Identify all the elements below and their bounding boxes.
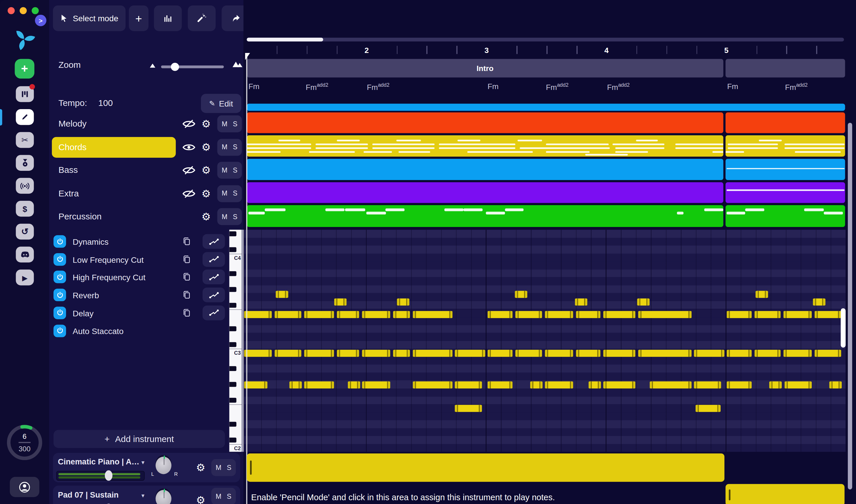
power-toggle[interactable] bbox=[54, 324, 66, 337]
piano-roll-note[interactable] bbox=[455, 381, 482, 389]
section-block-next[interactable] bbox=[726, 59, 845, 78]
piano-roll-note[interactable] bbox=[754, 350, 781, 357]
power-toggle[interactable] bbox=[54, 306, 66, 319]
piano-roll-note[interactable] bbox=[784, 311, 812, 318]
piano-roll-note[interactable] bbox=[576, 311, 600, 318]
piano-keyboard[interactable]: C4C3C2 bbox=[229, 230, 242, 452]
zoom-out-icon[interactable] bbox=[149, 62, 157, 68]
pan-knob[interactable] bbox=[156, 456, 171, 474]
eye-hidden-icon[interactable] bbox=[182, 119, 195, 129]
instrument-card[interactable]: Cinematic Piano | Atmo... ▾ L R ⚙ M S bbox=[53, 453, 240, 482]
piano-roll-scrollbar-thumb[interactable] bbox=[841, 308, 846, 347]
lane-clip-melody[interactable] bbox=[726, 112, 845, 133]
solo-button[interactable]: S bbox=[233, 120, 238, 128]
piano-roll-note[interactable] bbox=[727, 350, 752, 357]
black-key[interactable] bbox=[229, 422, 237, 427]
piano-roll-note[interactable] bbox=[487, 381, 512, 389]
lane-clip-percussion[interactable] bbox=[726, 205, 845, 227]
power-toggle[interactable] bbox=[54, 289, 66, 301]
clip-resize-handle[interactable] bbox=[729, 489, 730, 501]
piano-roll-note[interactable] bbox=[393, 350, 410, 357]
zoom-in-icon[interactable] bbox=[232, 59, 243, 68]
piano-roll-note[interactable] bbox=[334, 299, 347, 306]
piano-roll-note[interactable] bbox=[244, 381, 267, 389]
toolbar-plus-button[interactable]: + bbox=[129, 5, 149, 31]
select-mode-button[interactable]: Select mode bbox=[53, 5, 125, 31]
lane-clip-bass[interactable] bbox=[726, 159, 845, 180]
solo-button[interactable]: S bbox=[233, 213, 238, 220]
piano-roll-note[interactable] bbox=[275, 311, 301, 318]
black-key[interactable] bbox=[229, 271, 237, 276]
instrument-name[interactable]: Cinematic Piano | Atmo... bbox=[58, 457, 140, 466]
lane-clip-extra[interactable] bbox=[726, 182, 845, 203]
chevron-down-icon[interactable]: ▾ bbox=[141, 492, 144, 499]
power-toggle[interactable] bbox=[54, 253, 66, 265]
gear-icon[interactable]: ⚙ bbox=[202, 165, 211, 176]
piano-roll-note[interactable] bbox=[815, 350, 841, 357]
solo-button[interactable]: S bbox=[233, 166, 238, 174]
gear-icon[interactable]: ⚙ bbox=[196, 495, 205, 504]
sidebar-item-medal[interactable] bbox=[16, 155, 34, 171]
sidebar-item-history[interactable]: ↺ bbox=[16, 224, 34, 239]
piano-roll-note[interactable] bbox=[393, 311, 410, 318]
clip-resize-handle[interactable] bbox=[250, 461, 251, 475]
track-row-percussion[interactable]: Percussion⚙MS bbox=[49, 205, 244, 228]
black-key[interactable] bbox=[229, 342, 237, 347]
piano-roll-note[interactable] bbox=[413, 381, 453, 389]
copy-icon[interactable] bbox=[182, 272, 191, 282]
piano-roll-note[interactable] bbox=[516, 311, 542, 318]
lane-clip-chords[interactable] bbox=[726, 135, 845, 157]
piano-roll-note[interactable] bbox=[545, 311, 573, 318]
power-toggle[interactable] bbox=[54, 235, 66, 248]
toolbar-equalizer-button[interactable] bbox=[154, 5, 182, 31]
piano-roll-note[interactable] bbox=[455, 405, 482, 412]
piano-roll-note[interactable] bbox=[603, 381, 635, 389]
solo-button[interactable]: S bbox=[233, 143, 238, 151]
piano-roll-note[interactable] bbox=[397, 299, 409, 306]
piano-roll-note[interactable] bbox=[696, 405, 721, 412]
piano-roll-note[interactable] bbox=[487, 350, 512, 357]
sidebar-item-discord[interactable] bbox=[16, 247, 34, 263]
lane-clip-chords[interactable] bbox=[247, 135, 723, 157]
mute-button[interactable]: M bbox=[222, 120, 227, 128]
piano-roll-note[interactable] bbox=[727, 311, 752, 318]
copy-icon[interactable] bbox=[182, 236, 191, 246]
piano-roll-note[interactable] bbox=[530, 381, 543, 389]
sidebar-item-pencil[interactable] bbox=[16, 109, 34, 125]
track-row-bass[interactable]: Bass⚙MS bbox=[49, 159, 244, 182]
vertical-scrollbar-thumb[interactable] bbox=[848, 123, 852, 489]
piano-roll-note[interactable] bbox=[784, 381, 812, 389]
gear-icon[interactable]: ⚙ bbox=[202, 119, 211, 129]
piano-roll-note[interactable] bbox=[244, 311, 272, 318]
eye-visible-icon[interactable] bbox=[182, 142, 195, 151]
automation-button[interactable] bbox=[203, 234, 225, 249]
piano-roll-note[interactable] bbox=[515, 291, 527, 298]
piano-roll-note[interactable] bbox=[545, 350, 573, 357]
mute-button[interactable]: M bbox=[222, 213, 227, 220]
lane-clip-extra[interactable] bbox=[247, 182, 723, 203]
piano-roll-note[interactable] bbox=[276, 291, 288, 298]
piano-roll-note[interactable] bbox=[304, 350, 334, 357]
gear-icon[interactable]: ⚙ bbox=[196, 462, 205, 473]
piano-roll-note[interactable] bbox=[304, 381, 334, 389]
lane-clip-bass[interactable] bbox=[247, 159, 723, 180]
piano-roll-note[interactable] bbox=[576, 350, 600, 357]
section-block-intro[interactable]: Intro bbox=[247, 59, 723, 78]
piano-roll-note[interactable] bbox=[413, 311, 453, 318]
mute-button[interactable]: M bbox=[216, 492, 222, 500]
piano-roll-note[interactable] bbox=[362, 381, 390, 389]
solo-button[interactable]: S bbox=[233, 190, 238, 197]
close-window-button[interactable] bbox=[7, 7, 15, 14]
solo-button[interactable]: S bbox=[227, 464, 231, 471]
piano-roll-note[interactable] bbox=[337, 350, 359, 357]
horizontal-scrollbar-track[interactable] bbox=[247, 38, 844, 41]
piano-roll-note[interactable] bbox=[638, 311, 692, 318]
automation-button[interactable] bbox=[203, 252, 225, 267]
gear-icon[interactable]: ⚙ bbox=[202, 142, 211, 152]
piano-roll-note[interactable] bbox=[638, 350, 692, 357]
piano-roll-note[interactable] bbox=[575, 299, 587, 306]
piano-roll-note[interactable] bbox=[589, 381, 601, 389]
instrument-note-clip[interactable] bbox=[726, 484, 845, 504]
black-key[interactable] bbox=[229, 438, 237, 443]
instrument-note-clip[interactable] bbox=[247, 453, 725, 482]
